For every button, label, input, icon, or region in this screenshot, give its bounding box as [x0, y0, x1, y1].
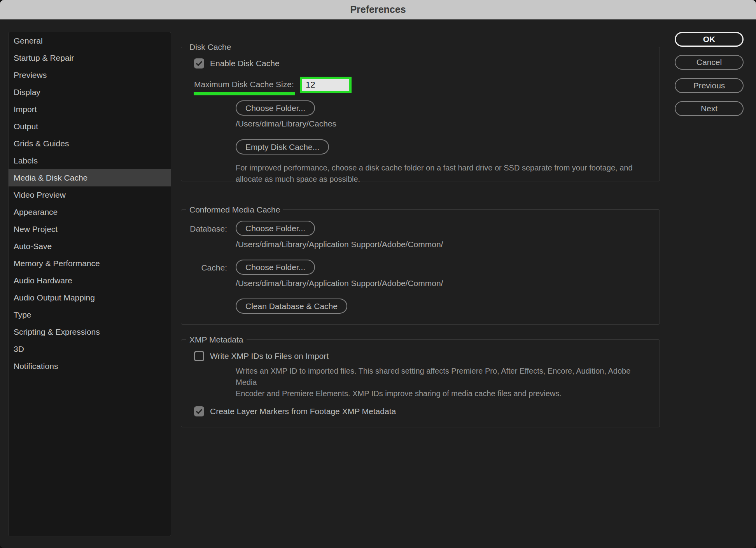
database-path: /Users/dima/Library/Application Support/… — [236, 240, 443, 249]
sidebar-item-media-disk-cache[interactable]: Media & Disk Cache — [9, 169, 171, 186]
cancel-button[interactable]: Cancel — [675, 55, 744, 70]
enable-disk-cache-row: Enable Disk Cache — [194, 58, 280, 68]
max-disk-cache-size-label: Maximum Disk Cache Size: — [194, 80, 294, 89]
previous-button[interactable]: Previous — [675, 78, 744, 93]
dialog-title: Preferences — [350, 4, 406, 15]
cache-label: Cache: — [181, 263, 227, 272]
sidebar-item-label: Appearance — [14, 207, 58, 217]
conformed-media-cache-group: Conformed Media Cache Database: Choose F… — [181, 209, 660, 325]
conformed-media-cache-legend: Conformed Media Cache — [186, 205, 283, 215]
info-line: allocate as much space as possible. — [236, 174, 648, 185]
button-label: Next — [701, 104, 718, 113]
button-label: OK — [703, 35, 716, 44]
info-line: For improved performance, choose a disk … — [236, 162, 648, 174]
button-label: Choose Folder... — [245, 104, 305, 113]
enable-disk-cache-label: Enable Disk Cache — [210, 59, 280, 68]
ok-button[interactable]: OK — [675, 32, 744, 47]
sidebar-item-new-project[interactable]: New Project — [9, 221, 171, 238]
disk-cache-info-text: For improved performance, choose a disk … — [236, 162, 648, 185]
sidebar-item-label: Output — [14, 122, 38, 131]
sidebar-item-label: Auto-Save — [14, 242, 52, 251]
disk-cache-group: Disk Cache Enable Disk Cache Maximum Dis… — [181, 47, 660, 181]
button-label: Cancel — [696, 58, 722, 67]
sidebar-item-label: Import — [14, 105, 37, 114]
sidebar-item-label: Audio Output Mapping — [14, 293, 95, 302]
button-label: Choose Folder... — [245, 224, 305, 233]
create-layer-markers-checkbox[interactable] — [194, 406, 204, 416]
clean-database-cache-button[interactable]: Clean Database & Cache — [236, 299, 347, 314]
database-label: Database: — [181, 224, 227, 234]
sidebar-item-video-preview[interactable]: Video Preview — [9, 186, 171, 204]
sidebar-item-label: Startup & Repair — [14, 53, 74, 63]
enable-disk-cache-checkbox[interactable] — [194, 58, 204, 68]
disk-cache-legend: Disk Cache — [186, 42, 234, 52]
cache-path: /Users/dima/Library/Application Support/… — [236, 279, 443, 288]
button-label: Clean Database & Cache — [245, 302, 338, 311]
sidebar-item-appearance[interactable]: Appearance — [9, 204, 171, 221]
sidebar-item-label: Scripting & Expressions — [14, 327, 100, 337]
sidebar-item-label: Video Preview — [14, 190, 66, 200]
button-label: Choose Folder... — [245, 263, 305, 272]
create-layer-markers-row: Create Layer Markers from Footage XMP Me… — [194, 406, 396, 416]
info-line: Writes an XMP ID to imported files. This… — [236, 365, 648, 388]
sidebar-item-label: Memory & Performance — [14, 259, 100, 268]
create-layer-markers-label: Create Layer Markers from Footage XMP Me… — [210, 407, 396, 416]
sidebar-item-audio-hardware[interactable]: Audio Hardware — [9, 272, 171, 289]
sidebar-item-label: 3D — [14, 344, 24, 354]
sidebar-item-auto-save[interactable]: Auto-Save — [9, 238, 171, 255]
sidebar-item-general[interactable]: General — [9, 32, 171, 49]
empty-disk-cache-button[interactable]: Empty Disk Cache... — [236, 139, 329, 155]
write-xmp-ids-label: Write XMP IDs to Files on Import — [210, 351, 329, 361]
disk-cache-choose-folder-button[interactable]: Choose Folder... — [236, 100, 315, 116]
sidebar-item-notifications[interactable]: Notifications — [9, 358, 171, 375]
sidebar-item-startup-repair[interactable]: Startup & Repair — [9, 49, 171, 67]
sidebar-item-display[interactable]: Display — [9, 84, 171, 101]
sidebar-item-label: Audio Hardware — [14, 276, 72, 285]
sidebar-item-label: Display — [14, 88, 40, 97]
sidebar-item-label: Labels — [14, 156, 38, 165]
sidebar-item-label: General — [14, 36, 43, 46]
preferences-category-list: General Startup & Repair Previews Displa… — [8, 32, 171, 536]
sidebar-item-label: Type — [14, 310, 32, 320]
xmp-metadata-group: XMP Metadata Write XMP IDs to Files on I… — [181, 339, 660, 427]
sidebar-item-3d[interactable]: 3D — [9, 341, 171, 358]
info-line: Encoder and Premiere Elements. XMP IDs i… — [236, 388, 648, 399]
sidebar-item-label: Grids & Guides — [14, 139, 69, 148]
xmp-metadata-legend: XMP Metadata — [186, 335, 247, 345]
preferences-dialog: Preferences General Startup & Repair Pre… — [0, 0, 756, 548]
sidebar-item-audio-output-mapping[interactable]: Audio Output Mapping — [9, 289, 171, 306]
titlebar: Preferences — [0, 0, 756, 19]
disk-cache-folder-path: /Users/dima/Library/Caches — [236, 119, 336, 128]
highlight-underline — [194, 92, 295, 95]
max-disk-cache-size-input[interactable] — [300, 77, 352, 93]
checkmark-icon — [195, 60, 203, 67]
sidebar-item-grids-guides[interactable]: Grids & Guides — [9, 135, 171, 152]
sidebar-item-type[interactable]: Type — [9, 306, 171, 323]
database-choose-folder-button[interactable]: Choose Folder... — [236, 221, 315, 236]
cache-choose-folder-button[interactable]: Choose Folder... — [236, 260, 315, 275]
write-xmp-ids-checkbox[interactable] — [194, 351, 204, 361]
button-label: Previous — [693, 81, 725, 90]
sidebar-item-label: Previews — [14, 70, 47, 80]
sidebar-item-label: Media & Disk Cache — [14, 173, 88, 183]
sidebar-item-labels[interactable]: Labels — [9, 152, 171, 169]
checkmark-icon — [195, 407, 203, 415]
sidebar-item-previews[interactable]: Previews — [9, 67, 171, 84]
sidebar-item-output[interactable]: Output — [9, 118, 171, 135]
sidebar-item-import[interactable]: Import — [9, 101, 171, 118]
button-label: Empty Disk Cache... — [245, 142, 319, 152]
sidebar-item-label: New Project — [14, 225, 58, 234]
sidebar-item-label: Notifications — [14, 362, 58, 371]
sidebar-item-memory-performance[interactable]: Memory & Performance — [9, 255, 171, 272]
next-button[interactable]: Next — [675, 101, 744, 116]
write-xmp-ids-row: Write XMP IDs to Files on Import — [194, 351, 329, 361]
sidebar-item-scripting-expressions[interactable]: Scripting & Expressions — [9, 323, 171, 341]
xmp-description-text: Writes an XMP ID to imported files. This… — [236, 365, 648, 399]
